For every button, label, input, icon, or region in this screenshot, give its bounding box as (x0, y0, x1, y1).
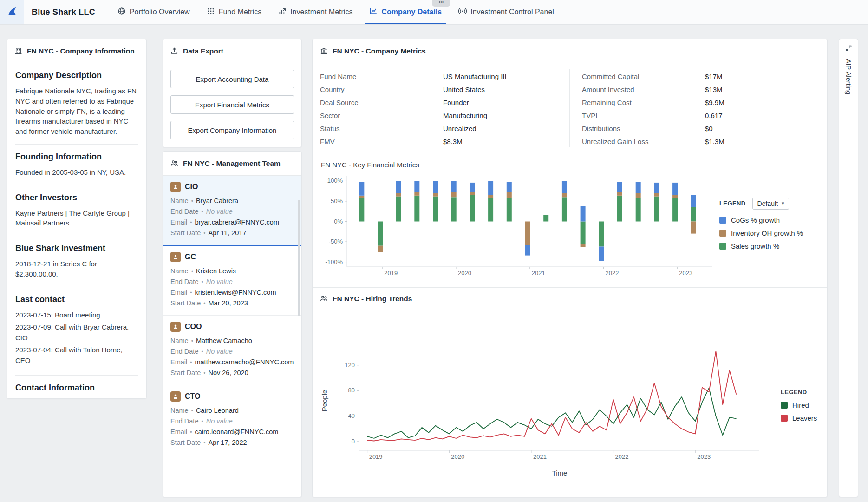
field-label: Name (170, 266, 189, 276)
data-export-buttons: Export Accounting Data Export Financial … (163, 63, 301, 139)
app-logo[interactable] (0, 0, 24, 24)
metric-row: TVPI0.617 (582, 109, 820, 122)
metric-label: Unrealized Gain Loss (582, 138, 705, 145)
legend-item-leavers: Leavers (781, 414, 817, 422)
panel-title: FN NYC - Company Metrics (333, 47, 426, 55)
member-end-date: No value (206, 277, 233, 287)
broadcast-icon (458, 7, 467, 17)
tab-fund-metrics[interactable]: Fund Metrics (200, 0, 268, 24)
member-email: kristen.lewis@FNNYC.com (195, 287, 276, 297)
svg-text:50%: 50% (331, 198, 343, 205)
legend-item-hired: Hired (781, 401, 817, 409)
member-start-date: Apr 17, 2022 (208, 437, 247, 448)
svg-text:0%: 0% (334, 218, 343, 225)
member-card-coo[interactable]: COO NameMatthew Camacho End DateNo value… (163, 316, 301, 385)
legend-swatch (781, 415, 788, 422)
company-information-header: FN NYC - Company Information (7, 39, 146, 63)
svg-text:2019: 2019 (384, 270, 398, 277)
tab-investment-metrics[interactable]: Investment Metrics (272, 0, 359, 24)
chevron-down-icon: ▾ (782, 200, 784, 206)
field-label: Email (170, 217, 187, 227)
member-role: CIO (185, 183, 198, 191)
member-email: bryar.cabrera@FNNYC.com (195, 217, 279, 227)
metric-value: $17M (705, 73, 723, 80)
section-last-contact: Last contact 2023-07-15: Board meeting 2… (15, 295, 138, 376)
management-team-header: FN NYC - Management Team (163, 152, 301, 176)
member-start-date: Nov 26, 2020 (208, 368, 248, 378)
member-name: Matthew Camacho (196, 336, 252, 346)
field-label: End Date (170, 277, 198, 287)
member-card-cto[interactable]: CTO NameCairo Leonard End DateNo value E… (163, 385, 301, 455)
shark-logo-icon (7, 6, 17, 18)
svg-text:80: 80 (348, 387, 355, 394)
svg-text:2020: 2020 (458, 270, 471, 277)
metric-label: Amount Invested (582, 86, 705, 93)
member-name: Cairo Leonard (196, 405, 239, 416)
export-accounting-data-button[interactable]: Export Accounting Data (170, 70, 294, 88)
section-other-investors: Other Investors Kayne Partners | The Car… (15, 193, 138, 237)
metric-value: $9.9M (705, 99, 724, 106)
tab-investment-control-panel[interactable]: Investment Control Panel (452, 0, 561, 24)
export-company-information-button[interactable]: Export Company Information (170, 121, 294, 139)
metric-value: Unrealized (443, 125, 476, 132)
section-heading: Company Description (15, 71, 138, 80)
svg-text:100%: 100% (327, 177, 343, 184)
scrollbar-thumb[interactable] (298, 200, 300, 316)
hiring-chart-wrap: People 0408012020192020202120222023 Time (321, 338, 765, 477)
bar-chart-arrow-icon (278, 7, 287, 17)
tab-portfolio-overview[interactable]: Portfolio Overview (111, 0, 196, 24)
building-icon (14, 47, 22, 55)
field-label: Name (170, 336, 189, 346)
website-line: website: www.FNNYC.com (15, 398, 138, 399)
people-icon (320, 295, 328, 303)
legend-swatch (719, 243, 726, 250)
section-text: Kayne Partners | The Carlyle Group | Mai… (15, 208, 138, 229)
field-label: Email (170, 427, 187, 437)
x-axis-label: Time (333, 469, 765, 477)
company-metrics-header: FN NYC - Company Metrics (313, 39, 827, 63)
field-label: Email (170, 357, 187, 367)
metric-value: $0 (705, 125, 713, 132)
dropdown-value: Default (757, 200, 778, 207)
metric-value: $1.3M (705, 138, 724, 145)
metric-value: US Manufacturing III (443, 73, 507, 80)
metric-label: Status (320, 125, 443, 132)
legend-default-dropdown[interactable]: Default ▾ (752, 198, 790, 210)
company-information-panel: FN NYC - Company Information Company Des… (7, 39, 147, 399)
person-avatar-icon (170, 252, 181, 262)
company-metrics-grid: Fund NameUS Manufacturing III CountryUni… (313, 63, 827, 153)
key-financial-metrics-title: FN NYC - Key Financial Metrics (321, 161, 819, 169)
export-financial-metrics-button[interactable]: Export Financial Metrics (170, 95, 294, 114)
aip-alerting-label: AIP Alerting (845, 59, 852, 95)
svg-text:2022: 2022 (615, 453, 629, 460)
legend-label: Inventory OH growth % (731, 229, 803, 237)
section-company-description: Company Description Fabrique Nationale N… (15, 71, 138, 145)
y-axis-label: People (320, 390, 328, 412)
field-label: Start Date (170, 437, 201, 448)
section-heading: Blue Shark Investment (15, 244, 138, 253)
member-card-cio[interactable]: CIO NameBryar Cabrera End DateNo value E… (163, 176, 301, 246)
section-contact-information: Contact Information website: www.FNNYC.c… (15, 383, 138, 399)
section-text: Fabrique Nationale NYC, trading as FN NY… (15, 86, 138, 137)
member-card-gc[interactable]: GC NameKristen Lewis End DateNo value Em… (163, 246, 301, 316)
expand-icon[interactable] (845, 45, 852, 52)
metric-label: Distributions (582, 125, 705, 132)
metric-value: Manufacturing (443, 112, 487, 119)
data-export-panel: Data Export Export Accounting Data Expor… (163, 39, 302, 147)
section-heading: Other Investors (15, 193, 138, 203)
bar-chart-legend: LEGEND Default ▾ CoGs % growth Inventory… (719, 198, 803, 255)
aip-alerting-strip[interactable]: AIP Alerting (839, 39, 858, 497)
legend-swatch (719, 217, 726, 224)
svg-text:0: 0 (352, 438, 355, 445)
metric-row: CountryUnited States (320, 83, 557, 96)
field-label: Email (170, 287, 187, 297)
metric-label: Fund Name (320, 73, 443, 80)
member-email: cairo.leonard@FNNYC.com (195, 427, 278, 437)
metric-row: Remaining Cost$9.9M (582, 96, 820, 109)
legend-label: Leavers (792, 414, 817, 422)
svg-text:2021: 2021 (533, 453, 547, 460)
grid-dots-icon (207, 7, 215, 17)
overflow-pill[interactable]: ••• (432, 0, 450, 7)
person-avatar-icon (170, 391, 181, 402)
tab-label: Company Details (381, 8, 442, 16)
